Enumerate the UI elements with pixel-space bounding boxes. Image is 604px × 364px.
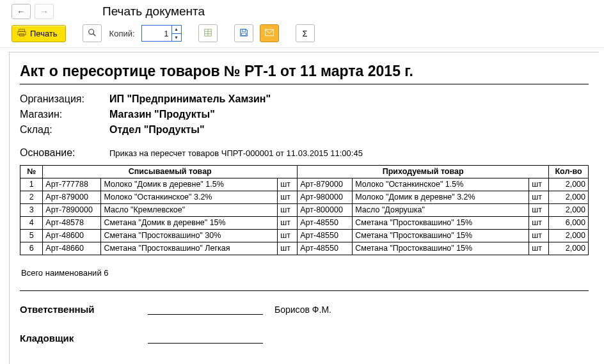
summary-separator <box>20 290 589 291</box>
cell-in-name: Сметана "Простоквашино" 15% <box>353 242 529 255</box>
print-button[interactable]: Печать <box>12 25 66 42</box>
th-qty: Кол-во <box>549 166 589 178</box>
org-label: Организация: <box>20 93 109 105</box>
cell-qty: 2,000 <box>549 204 589 217</box>
svg-line-4 <box>93 33 95 36</box>
cell-out-art: Арт-48578 <box>43 217 101 230</box>
back-button[interactable]: ← <box>12 4 31 19</box>
cell-out-unit: шт <box>278 178 298 191</box>
cell-out-name: Сметана "Простоквашино" Легкая <box>101 242 278 255</box>
svg-rect-0 <box>19 29 25 31</box>
cell-out-unit: шт <box>278 242 298 255</box>
copies-label: Копий: <box>109 29 135 38</box>
cell-in-art: Арт-800000 <box>298 204 353 217</box>
cell-out-name: Молоко "Домик в деревне" 1.5% <box>101 178 278 191</box>
arrow-left-icon: ← <box>17 7 26 16</box>
preview-button[interactable] <box>83 24 102 42</box>
cell-out-unit: шт <box>278 191 298 204</box>
table-row: 1Арт-777788Молоко "Домик в деревне" 1.5%… <box>20 178 589 191</box>
table-icon <box>203 28 212 39</box>
cell-in-unit: шт <box>529 242 549 255</box>
cell-out-name: Сметана "Домик в деревне" 15% <box>101 217 278 230</box>
table-header-row: № Списываемый товар Приходуемый товар Ко… <box>20 166 589 178</box>
cell-in-unit: шт <box>529 204 549 217</box>
cell-qty: 6,000 <box>549 217 589 230</box>
storekeeper-label: Кладовщик <box>20 333 148 344</box>
warehouse-value: Отдел "Продукты" <box>109 124 589 136</box>
send-email-button[interactable] <box>260 24 279 42</box>
cell-in-art: Арт-980000 <box>298 191 353 204</box>
print-label: Печать <box>30 29 58 38</box>
cell-out-name: Молоко "Останкинское" 3.2% <box>101 191 278 204</box>
cell-in-art: Арт-48550 <box>298 242 353 255</box>
responsible-sign-line <box>148 303 263 315</box>
cell-in-art: Арт-48550 <box>298 230 353 242</box>
toolbar: Печать Копий: ▲ ▼ Σ <box>0 22 604 48</box>
cell-num: 6 <box>20 242 43 255</box>
cell-out-art: Арт-7890000 <box>43 204 101 217</box>
svg-point-3 <box>88 29 93 34</box>
cell-num: 1 <box>20 178 43 191</box>
cell-in-unit: шт <box>529 178 549 191</box>
sum-button[interactable]: Σ <box>296 24 315 42</box>
doc-info: Организация: ИП "Предприниматель Хамзин"… <box>20 93 589 136</box>
store-label: Магазин: <box>20 109 109 120</box>
cell-out-art: Арт-48660 <box>43 242 101 255</box>
svg-rect-10 <box>241 33 246 35</box>
table-row: 6Арт-48660Сметана "Простоквашино" Легкая… <box>20 242 589 255</box>
cell-out-unit: шт <box>278 204 298 217</box>
goods-table: № Списываемый товар Приходуемый товар Ко… <box>20 165 589 255</box>
cell-in-name: Сметана "Простоквашино" 15% <box>353 217 529 230</box>
cell-out-name: Сметана "Простоквашино" 30% <box>101 230 278 242</box>
storekeeper-sign-line <box>148 331 263 344</box>
copies-input[interactable] <box>142 26 171 41</box>
arrow-right-icon: → <box>40 7 49 16</box>
cell-out-unit: шт <box>278 230 298 242</box>
printer-icon <box>17 28 26 39</box>
save-button[interactable] <box>234 24 253 42</box>
cell-in-name: Сметана "Простоквашино" 15% <box>353 230 529 242</box>
responsible-label: Ответственный <box>20 304 148 315</box>
cell-in-art: Арт-879000 <box>298 178 353 191</box>
cell-num: 4 <box>20 217 43 230</box>
top-nav: ← → Печать документа <box>0 0 604 22</box>
sign-storekeeper: Кладовщик <box>20 331 589 344</box>
cell-out-art: Арт-777788 <box>43 178 101 191</box>
cell-in-name: Молоко "Останкинское" 1.5% <box>353 178 529 191</box>
cell-num: 5 <box>20 230 43 242</box>
spinner-up-icon[interactable]: ▲ <box>172 26 181 34</box>
table-row: 5Арт-48600Сметана "Простоквашино" 30%штА… <box>20 230 589 242</box>
magnifier-icon <box>88 28 97 39</box>
cell-in-name: Молоко "Домик в деревне" 3.2% <box>353 191 529 204</box>
envelope-icon <box>265 29 274 38</box>
svg-rect-1 <box>18 31 26 35</box>
title-separator <box>20 84 589 84</box>
cell-num: 2 <box>20 191 43 204</box>
cell-in-name: Масло "Доярушка" <box>353 204 529 217</box>
cell-qty: 2,000 <box>549 178 589 191</box>
window-title: Печать документа <box>102 4 205 19</box>
sigma-icon: Σ <box>303 29 308 38</box>
store-value: Магазин "Продукты" <box>109 109 589 120</box>
table-row: 3Арт-7890000Масло "Кремлевское"штАрт-800… <box>20 204 589 217</box>
th-in: Приходуемый товар <box>298 166 549 178</box>
warehouse-label: Склад: <box>20 124 109 136</box>
summary: Всего наименований 6 <box>21 268 589 278</box>
cell-out-name: Масло "Кремлевское" <box>101 204 278 217</box>
basis-label: Основание: <box>20 147 109 159</box>
cell-in-art: Арт-48550 <box>298 217 353 230</box>
basis-value: Приказ на пересчет товаров ЧПРТ-000001 о… <box>109 147 589 159</box>
responsible-name: Борисов Ф.М. <box>274 305 331 315</box>
basis-row: Основание: Приказ на пересчет товаров ЧП… <box>20 147 589 159</box>
cell-in-unit: шт <box>529 230 549 242</box>
table-row: 4Арт-48578Сметана "Домик в деревне" 15%ш… <box>20 217 589 230</box>
copies-spinner[interactable]: ▲ ▼ <box>141 25 182 42</box>
spinner-down-icon[interactable]: ▼ <box>172 34 181 42</box>
cell-out-art: Арт-48600 <box>43 230 101 242</box>
forward-button[interactable]: → <box>35 4 54 19</box>
th-out: Списываемый товар <box>43 166 298 178</box>
cell-in-unit: шт <box>529 217 549 230</box>
cell-qty: 2,000 <box>549 242 589 255</box>
doc-title: Акт о пересортице товаров № РТ-1 от 11 м… <box>20 63 589 80</box>
settings-button[interactable] <box>198 24 218 42</box>
